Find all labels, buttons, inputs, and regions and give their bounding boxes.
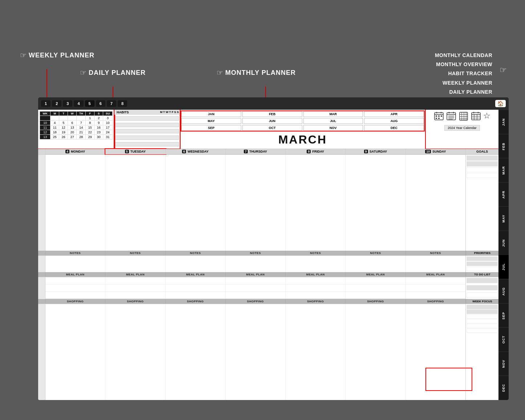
todo-line xyxy=(467,285,498,290)
month-sep[interactable]: SEP xyxy=(181,125,241,131)
sidebar-feb[interactable]: FEB xyxy=(498,134,509,158)
notes-cell-fri[interactable] xyxy=(286,256,346,272)
month-nov[interactable]: NOV xyxy=(303,125,363,131)
mini-cal-cell: 30 xyxy=(94,135,103,140)
meal-row-num-3 xyxy=(38,292,45,299)
meal-monday-label: MEAL PLAN xyxy=(45,272,105,277)
meal-cell-3-sat[interactable] xyxy=(346,292,405,299)
meal-cell-3-tue[interactable] xyxy=(105,292,165,299)
meal-cell-1-mon[interactable] xyxy=(45,277,105,284)
shop-cell-thu[interactable] xyxy=(226,304,286,400)
right-nav-daily-planner[interactable]: DAILY PLANNER xyxy=(435,88,492,97)
meal-cell-2-tue[interactable] xyxy=(105,284,165,292)
meal-cell-1-sat[interactable] xyxy=(346,277,405,284)
month-jun[interactable]: JUN xyxy=(242,118,302,124)
meal-cell-1-fri[interactable] xyxy=(286,277,346,284)
tab-3[interactable]: 3 xyxy=(63,100,72,107)
sidebar-oct[interactable]: OCT xyxy=(498,327,509,352)
sidebar-jun[interactable]: JUN xyxy=(498,231,509,255)
tab-7[interactable]: 7 xyxy=(107,100,116,107)
daily-planner-label[interactable]: DAILY PLANNER xyxy=(89,69,146,77)
friday-header: 8 FRIDAY xyxy=(286,149,346,154)
monthly-planner-label[interactable]: MONTHLY PLANNER xyxy=(225,69,296,77)
todo-label-annotation: To DO iST xyxy=(433,376,464,383)
meal-cell-3-fri[interactable] xyxy=(286,292,346,299)
shop-sunday-label: SHOPPING xyxy=(406,299,466,304)
meal-cell-1-sun[interactable] xyxy=(406,277,466,284)
sidebar-jul[interactable]: JUL xyxy=(498,255,509,279)
notes-cell-sun[interactable] xyxy=(406,256,466,272)
right-nav-monthly-overview[interactable]: MONTHLY OVERVIEW xyxy=(435,60,492,69)
tab-4[interactable]: 4 xyxy=(74,100,83,107)
tab-8[interactable]: 8 xyxy=(118,100,127,107)
meal-cell-2-fri[interactable] xyxy=(286,284,346,292)
month-may[interactable]: MAY xyxy=(181,118,241,124)
meal-cell-3-wed[interactable] xyxy=(166,292,226,299)
month-jan[interactable]: JAN xyxy=(181,111,241,117)
tab-1[interactable]: 1 xyxy=(41,100,51,107)
right-nav-habit-tracker[interactable]: HABIT TRACKER xyxy=(435,69,492,78)
month-aug[interactable]: AUG xyxy=(364,118,424,124)
sidebar-jan[interactable]: JAN xyxy=(498,110,509,134)
meal-cell-2-sat[interactable] xyxy=(346,284,405,292)
meal-cell-2-thu[interactable] xyxy=(226,284,286,292)
star-icon[interactable]: ☆ xyxy=(483,111,490,124)
meal-cell-2-wed[interactable] xyxy=(166,284,226,292)
meal-cell-2-mon[interactable] xyxy=(45,284,105,292)
meal-cell-1-thu[interactable] xyxy=(226,277,286,284)
notes-cell-wed[interactable] xyxy=(166,256,226,272)
mini-cal-cell: 10 xyxy=(103,121,113,125)
right-nav-monthly-calendar[interactable]: MONTHLY CALENDAR xyxy=(435,51,492,60)
meal-cell-3-thu[interactable] xyxy=(226,292,286,299)
month-mar[interactable]: MAR xyxy=(303,111,363,117)
month-oct[interactable]: OCT xyxy=(242,125,302,131)
weekly-planner-icon-small[interactable] xyxy=(471,111,481,124)
sunday-header: 10 SUNDAY xyxy=(406,149,466,154)
habits-days: M T W T F S S xyxy=(160,110,179,114)
notes-cell-mon[interactable] xyxy=(45,256,105,272)
wednesday-header-label: 6 WEDNESDAY xyxy=(166,149,225,154)
meal-cell-2-sun[interactable] xyxy=(406,284,466,292)
mini-cal-cell: 9 xyxy=(94,121,103,125)
shop-row-num-cell xyxy=(38,304,45,400)
home-button[interactable]: 🏠 xyxy=(495,100,506,107)
sidebar-may[interactable]: MAY xyxy=(498,206,509,231)
calendar-icon[interactable] xyxy=(434,111,444,124)
sidebar-dec[interactable]: DEC xyxy=(498,376,509,400)
meal-cell-3-mon[interactable] xyxy=(45,292,105,299)
month-apr[interactable]: APR xyxy=(364,111,424,117)
shop-cell-mon[interactable] xyxy=(45,304,105,400)
month-feb[interactable]: FEB xyxy=(242,111,302,117)
shop-cell-fri[interactable] xyxy=(286,304,346,400)
meal-cell-3-sun[interactable] xyxy=(406,292,466,299)
tab-2[interactable]: 2 xyxy=(52,100,61,107)
week-focus-line xyxy=(467,314,498,319)
mini-cal-cell: 2 xyxy=(94,116,103,121)
notes-cell-sat[interactable] xyxy=(346,256,405,272)
tab-6[interactable]: 6 xyxy=(96,100,105,107)
month-dec[interactable]: DEC xyxy=(364,125,424,131)
notes-cell-tue[interactable] xyxy=(105,256,165,272)
sidebar-aug[interactable]: AUG xyxy=(498,279,509,303)
right-panel-goals xyxy=(466,155,498,251)
sidebar-sep[interactable]: SEP xyxy=(498,303,509,328)
habit-tracker-icon[interactable] xyxy=(459,111,469,124)
sidebar-nov[interactable]: NOV xyxy=(498,352,509,376)
overview-icon[interactable] xyxy=(446,111,456,124)
meal-cell-1-tue[interactable] xyxy=(105,277,165,284)
mini-cal-cell: 23 xyxy=(94,130,103,135)
shop-cell-tue[interactable] xyxy=(105,304,165,400)
month-jul[interactable]: JUL xyxy=(303,118,363,124)
meal-cell-1-wed[interactable] xyxy=(166,277,226,284)
tab-5[interactable]: 5 xyxy=(85,100,94,107)
monday-num: 4 xyxy=(65,150,69,153)
sidebar-apr[interactable]: APR xyxy=(498,182,509,207)
weekly-planner-label[interactable]: WEEKLY PLANNER xyxy=(29,52,94,59)
right-nav-weekly-planner[interactable]: WEEKLY PLANNER xyxy=(435,78,492,88)
saturday-label: SATURDAY xyxy=(369,150,387,153)
shop-cell-wed[interactable] xyxy=(166,304,226,400)
shop-cell-sat[interactable] xyxy=(346,304,405,400)
sidebar-mar[interactable]: MAR xyxy=(498,158,509,182)
todo-annotation-text: To DO iST xyxy=(433,376,464,383)
notes-cell-thu[interactable] xyxy=(226,256,286,272)
